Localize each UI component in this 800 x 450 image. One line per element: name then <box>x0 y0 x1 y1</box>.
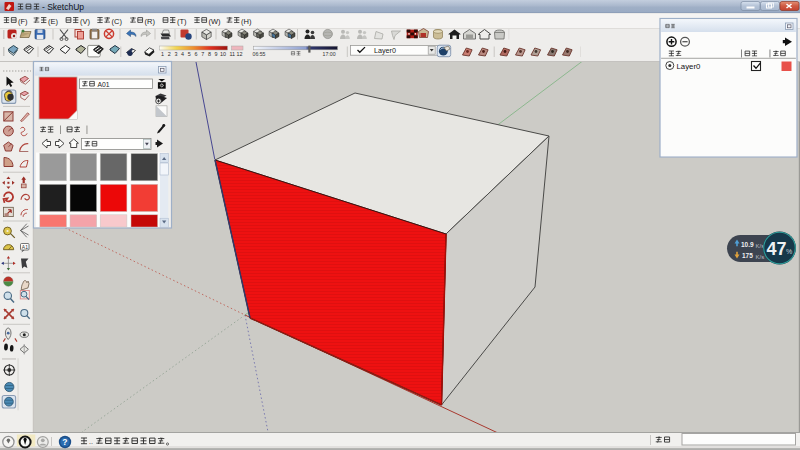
svg-text:A1: A1 <box>22 244 28 250</box>
svg-text:7: 7 <box>201 51 204 57</box>
svg-text:11: 11 <box>230 51 236 57</box>
svg-text:3: 3 <box>174 51 177 57</box>
svg-text:12: 12 <box>237 51 243 57</box>
svg-text:(W): (W) <box>209 17 222 26</box>
svg-text:9: 9 <box>215 51 218 57</box>
svg-text:(E): (E) <box>48 17 59 26</box>
svg-text:%: % <box>786 248 792 255</box>
svg-text:47: 47 <box>767 239 787 259</box>
svg-text:5: 5 <box>188 51 191 57</box>
svg-text:(C): (C) <box>112 17 123 26</box>
svg-text:(F): (F) <box>18 17 28 26</box>
svg-text:06:55: 06:55 <box>253 51 266 57</box>
svg-text:17:00: 17:00 <box>323 51 336 57</box>
svg-text:8: 8 <box>208 51 211 57</box>
svg-text:6: 6 <box>195 51 198 57</box>
svg-text:Layer0: Layer0 <box>374 46 396 55</box>
svg-text:2: 2 <box>168 51 171 57</box>
svg-text:Layer0: Layer0 <box>677 62 702 71</box>
svg-text:10.9: 10.9 <box>741 241 754 248</box>
svg-text:4: 4 <box>181 51 184 57</box>
svg-text:(T): (T) <box>177 17 187 26</box>
svg-text:1: 1 <box>161 51 164 57</box>
svg-text:K/s: K/s <box>756 254 765 260</box>
svg-text:175: 175 <box>742 252 753 259</box>
svg-text:- SketchUp: - SketchUp <box>42 2 84 12</box>
svg-text:(R): (R) <box>145 17 156 26</box>
svg-text:(V): (V) <box>80 17 91 26</box>
svg-text:(H): (H) <box>241 17 252 26</box>
svg-text:?: ? <box>62 437 67 447</box>
svg-text:10: 10 <box>220 51 226 57</box>
svg-text:..: .. <box>89 438 93 445</box>
svg-text:K/s: K/s <box>756 243 765 249</box>
svg-text:A01: A01 <box>98 81 110 88</box>
